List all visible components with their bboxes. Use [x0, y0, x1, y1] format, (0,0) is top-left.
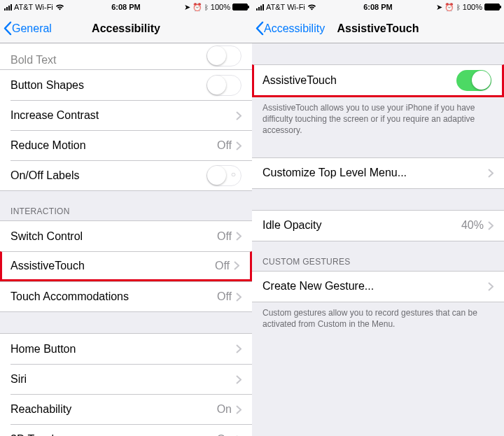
chevron-right-icon: [488, 282, 493, 291]
reachability-label: Reachability: [10, 403, 217, 416]
phone-left-accessibility: AT&T Wi-Fi 6:08 PM ➤ ⏰ ᛒ 100% General Ac…: [0, 0, 252, 436]
row-customize-menu[interactable]: Customize Top Level Menu...: [252, 158, 504, 188]
row-reachability[interactable]: Reachability On: [10, 394, 252, 424]
nav-bar: General Accessibility: [0, 14, 252, 43]
row-bold-text[interactable]: Bold Text: [0, 43, 252, 70]
row-assistive-touch-toggle[interactable]: AssistiveTouch: [254, 65, 502, 95]
chevron-left-icon: [3, 21, 12, 36]
touch-accommodations-label: Touch Accommodations: [10, 290, 217, 303]
back-label: General: [12, 22, 52, 35]
customize-label: Customize Top Level Menu...: [262, 167, 488, 179]
nav-bar: Accessibility AssistiveTouch: [252, 14, 504, 43]
footer-custom-gestures-desc: Custom gestures allow you to record gest…: [252, 302, 504, 335]
bold-text-switch[interactable]: [206, 45, 241, 66]
battery-icon: [232, 3, 248, 10]
onoff-labels-label: On/Off Labels: [10, 169, 206, 182]
row-idle-opacity[interactable]: Idle Opacity 40%: [252, 211, 504, 241]
footer-assistive-touch-desc: AssistiveTouch allows you to use your iP…: [252, 97, 504, 142]
chevron-right-icon: [236, 405, 241, 414]
idle-opacity-value: 40%: [461, 219, 484, 232]
onoff-labels-switch[interactable]: [206, 165, 241, 186]
chevron-right-icon: [236, 375, 241, 384]
section-header-interaction: Interaction: [0, 191, 252, 220]
chevron-right-icon: [236, 141, 241, 150]
phone-right-assistivetouch: AT&T Wi-Fi 6:08 PM ➤ ⏰ ᛒ 100% Accessibil…: [252, 0, 504, 436]
row-3d-touch[interactable]: 3D Touch On: [10, 424, 252, 436]
chevron-right-icon: [234, 261, 239, 270]
home-button-label: Home Button: [10, 343, 236, 356]
3d-touch-label: 3D Touch: [10, 433, 217, 436]
chevron-right-icon: [488, 221, 493, 230]
switch-control-value: Off: [217, 230, 232, 243]
chevron-left-icon: [255, 21, 264, 36]
back-label: Accessibility: [264, 22, 325, 35]
chevron-right-icon: [236, 232, 241, 241]
row-home-button[interactable]: Home Button: [0, 334, 252, 364]
back-button-general[interactable]: General: [0, 21, 52, 36]
row-siri[interactable]: Siri: [10, 364, 252, 394]
section-header-custom-gestures: Custom Gestures: [252, 241, 504, 271]
bold-text-label: Bold Text: [10, 54, 57, 66]
status-time: 6:08 PM: [363, 3, 393, 11]
button-shapes-switch[interactable]: [206, 75, 241, 96]
status-time: 6:08 PM: [111, 3, 141, 11]
increase-contrast-label: Increase Contrast: [10, 109, 236, 122]
switch-control-label: Switch Control: [10, 230, 217, 243]
status-bar: AT&T Wi-Fi 6:08 PM ➤ ⏰ ᛒ 100%: [252, 0, 504, 14]
button-shapes-label: Button Shapes: [10, 79, 206, 92]
row-touch-accommodations[interactable]: Touch Accommodations Off: [0, 281, 252, 311]
row-create-gesture[interactable]: Create New Gesture...: [252, 272, 504, 302]
reduce-motion-label: Reduce Motion: [10, 139, 217, 152]
chevron-right-icon: [236, 293, 241, 302]
chevron-right-icon: [236, 111, 241, 120]
3d-touch-value: On: [217, 433, 232, 436]
chevron-right-icon: [236, 344, 241, 353]
back-button-accessibility[interactable]: Accessibility: [252, 21, 325, 36]
row-onoff-labels[interactable]: On/Off Labels: [10, 160, 252, 190]
assistive-touch-label: AssistiveTouch: [10, 260, 215, 272]
reduce-motion-value: Off: [217, 139, 232, 152]
create-gesture-label: Create New Gesture...: [262, 280, 488, 293]
row-reduce-motion[interactable]: Reduce Motion Off: [10, 130, 252, 160]
reachability-value: On: [217, 403, 232, 416]
row-button-shapes[interactable]: Button Shapes: [0, 70, 252, 100]
assistive-touch-label: AssistiveTouch: [262, 74, 456, 87]
assistive-touch-value: Off: [215, 260, 230, 272]
chevron-right-icon: [488, 169, 493, 178]
assistive-touch-switch[interactable]: [456, 70, 491, 91]
battery-icon: [484, 3, 500, 10]
row-assistive-touch[interactable]: AssistiveTouch Off: [0, 251, 252, 281]
row-increase-contrast[interactable]: Increase Contrast: [10, 100, 252, 130]
idle-opacity-label: Idle Opacity: [262, 219, 461, 232]
siri-label: Siri: [10, 373, 236, 386]
row-switch-control[interactable]: Switch Control Off: [0, 221, 252, 251]
status-bar: AT&T Wi-Fi 6:08 PM ➤ ⏰ ᛒ 100%: [0, 0, 252, 14]
touch-accommodations-value: Off: [217, 290, 232, 303]
